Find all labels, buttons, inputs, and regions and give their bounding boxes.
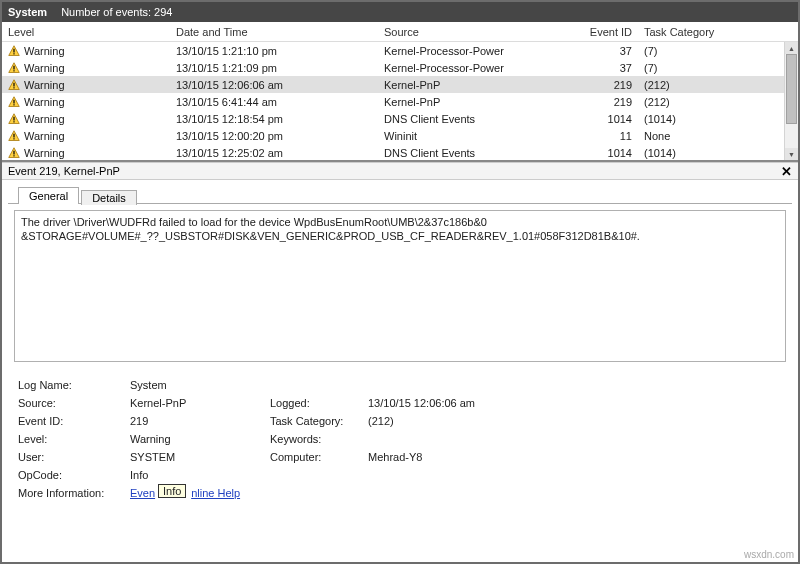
row-source: DNS Client Events xyxy=(378,147,570,159)
svg-rect-14 xyxy=(13,121,14,122)
event-message-line-1: The driver \Driver\WUDFRd failed to load… xyxy=(21,215,779,229)
row-date: 13/10/15 12:25:02 am xyxy=(170,147,378,159)
table-body: Warning13/10/15 1:21:10 pmKernel-Process… xyxy=(2,42,798,161)
table-row[interactable]: Warning13/10/15 12:00:20 pmWininit11None xyxy=(2,127,798,144)
row-source: Kernel-PnP xyxy=(378,79,570,91)
row-level: Warning xyxy=(24,113,65,125)
event-message: The driver \Driver\WUDFRd failed to load… xyxy=(14,210,786,362)
source-value: Kernel-PnP xyxy=(130,397,270,409)
table-header[interactable]: Level Date and Time Source Event ID Task… xyxy=(2,22,798,42)
user-value: SYSTEM xyxy=(130,451,270,463)
logged-label: Logged: xyxy=(270,397,368,409)
svg-rect-5 xyxy=(13,70,14,71)
row-source: DNS Client Events xyxy=(378,113,570,125)
row-event-id: 37 xyxy=(570,45,638,57)
table-row[interactable]: Warning13/10/15 1:21:10 pmKernel-Process… xyxy=(2,42,798,59)
svg-rect-7 xyxy=(13,82,14,86)
warning-icon xyxy=(8,62,20,74)
warning-icon xyxy=(8,113,20,125)
scroll-up-icon[interactable]: ▲ xyxy=(785,42,798,54)
svg-rect-19 xyxy=(13,150,14,154)
row-date: 13/10/15 12:00:20 pm xyxy=(170,130,378,142)
row-event-id: 1014 xyxy=(570,113,638,125)
table-row[interactable]: Warning13/10/15 12:06:06 amKernel-PnP219… xyxy=(2,76,798,93)
row-task-category: None xyxy=(638,130,758,142)
title-bar: System Number of events: 294 xyxy=(2,2,798,22)
event-id-value: 219 xyxy=(130,415,270,427)
row-date: 13/10/15 1:21:10 pm xyxy=(170,45,378,57)
row-source: Wininit xyxy=(378,130,570,142)
row-task-category: (7) xyxy=(638,45,758,57)
more-info-label: More Information: xyxy=(18,487,130,499)
row-event-id: 1014 xyxy=(570,147,638,159)
tabs: General Details xyxy=(8,180,792,204)
table-row[interactable]: Warning13/10/15 12:18:54 pmDNS Client Ev… xyxy=(2,110,798,127)
svg-rect-11 xyxy=(13,104,14,105)
close-icon[interactable]: ✕ xyxy=(781,165,792,178)
event-properties: Log Name: System Source: Kernel-PnP Logg… xyxy=(18,376,782,502)
row-source: Kernel-Processor-Power xyxy=(378,45,570,57)
level-value: Warning xyxy=(130,433,270,445)
row-level: Warning xyxy=(24,147,65,159)
vertical-scrollbar[interactable]: ▲ ▼ xyxy=(784,42,798,160)
row-event-id: 37 xyxy=(570,62,638,74)
warning-icon xyxy=(8,79,20,91)
row-event-id: 11 xyxy=(570,130,638,142)
svg-rect-4 xyxy=(13,65,14,69)
svg-rect-17 xyxy=(13,138,14,139)
col-event-id[interactable]: Event ID xyxy=(570,26,638,38)
keywords-label: Keywords: xyxy=(270,433,368,445)
row-source: Kernel-PnP xyxy=(378,96,570,108)
tab-details[interactable]: Details xyxy=(81,190,137,205)
svg-rect-13 xyxy=(13,116,14,120)
user-label: User: xyxy=(18,451,130,463)
warning-icon xyxy=(8,130,20,142)
row-level: Warning xyxy=(24,45,65,57)
svg-rect-2 xyxy=(13,53,14,54)
tab-content: The driver \Driver\WUDFRd failed to load… xyxy=(14,210,786,502)
warning-icon xyxy=(8,96,20,108)
task-category-label: Task Category: xyxy=(270,415,368,427)
warning-icon xyxy=(8,45,20,57)
row-event-id: 219 xyxy=(570,96,638,108)
event-id-label: Event ID: xyxy=(18,415,130,427)
level-label: Level: xyxy=(18,433,130,445)
watermark: wsxdn.com xyxy=(744,549,794,560)
svg-rect-10 xyxy=(13,99,14,103)
computer-label: Computer: xyxy=(270,451,368,463)
event-count: Number of events: 294 xyxy=(61,6,172,18)
row-level: Warning xyxy=(24,130,65,142)
log-name-value: System xyxy=(130,379,270,391)
col-level[interactable]: Level xyxy=(2,26,170,38)
row-date: 13/10/15 6:41:44 am xyxy=(170,96,378,108)
warning-icon xyxy=(8,147,20,159)
logged-value: 13/10/15 12:06:06 am xyxy=(368,397,568,409)
col-source[interactable]: Source xyxy=(378,26,570,38)
scroll-thumb[interactable] xyxy=(786,54,797,124)
row-task-category: (212) xyxy=(638,96,758,108)
opcode-label: OpCode: xyxy=(18,469,130,481)
event-message-line-2: &STORAGE#VOLUME#_??_USBSTOR#DISK&VEN_GEN… xyxy=(21,229,779,243)
table-row[interactable]: Warning13/10/15 6:41:44 amKernel-PnP219(… xyxy=(2,93,798,110)
source-label: Source: xyxy=(18,397,130,409)
svg-rect-1 xyxy=(13,48,14,52)
row-task-category: (1014) xyxy=(638,147,758,159)
task-category-value: (212) xyxy=(368,415,568,427)
table-row[interactable]: Warning13/10/15 1:21:09 pmKernel-Process… xyxy=(2,59,798,76)
table-row[interactable]: Warning13/10/15 12:25:02 amDNS Client Ev… xyxy=(2,144,798,161)
svg-rect-8 xyxy=(13,87,14,88)
col-task-category[interactable]: Task Category xyxy=(638,26,758,38)
tab-general[interactable]: General xyxy=(18,187,79,204)
row-level: Warning xyxy=(24,62,65,74)
scroll-down-icon[interactable]: ▼ xyxy=(785,148,798,160)
row-task-category: (7) xyxy=(638,62,758,74)
row-date: 13/10/15 1:21:09 pm xyxy=(170,62,378,74)
row-event-id: 219 xyxy=(570,79,638,91)
row-level: Warning xyxy=(24,79,65,91)
col-date[interactable]: Date and Time xyxy=(170,26,378,38)
row-task-category: (1014) xyxy=(638,113,758,125)
svg-rect-20 xyxy=(13,155,14,156)
detail-header: Event 219, Kernel-PnP ✕ xyxy=(2,162,798,180)
computer-value: Mehrad-Y8 xyxy=(368,451,568,463)
row-date: 13/10/15 12:06:06 am xyxy=(170,79,378,91)
